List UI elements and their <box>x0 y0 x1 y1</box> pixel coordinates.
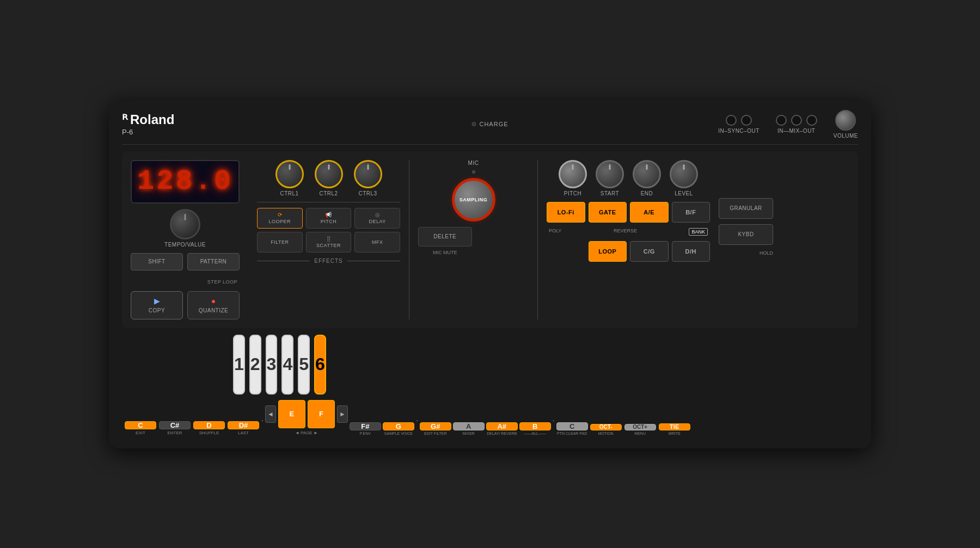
roland-logo: ᴿ Roland <box>122 112 174 127</box>
pad-4[interactable]: 4 <box>281 335 293 395</box>
effects-line-left <box>257 261 310 261</box>
tempo-label: TEMPO/VALUE <box>164 242 206 248</box>
pad-6[interactable]: 6 <box>314 335 326 395</box>
pad-1[interactable]: 1 <box>233 335 245 395</box>
level-knob-group: LEVEL <box>670 160 698 196</box>
right-spacer <box>719 160 773 193</box>
key-a-group: A MIXER <box>453 422 485 435</box>
ctrl1-knob[interactable] <box>275 160 304 188</box>
key-gs-letter: G# <box>431 423 440 430</box>
scatter-button[interactable]: ⣿ SCATTER <box>306 232 352 253</box>
quantize-button[interactable]: ● QUANTIZE <box>187 291 240 319</box>
lofi-button[interactable]: LO-Fi <box>547 202 585 223</box>
level-knob[interactable] <box>670 160 698 188</box>
ctrl2-knob[interactable] <box>315 160 343 188</box>
key-octp[interactable]: OCT+ <box>624 424 656 430</box>
key-d-group: D SHUFFLE <box>193 421 225 435</box>
mix-label: IN—MIX–OUT <box>777 128 815 134</box>
key-c2[interactable]: C <box>556 422 588 430</box>
key-ds[interactable]: D# <box>228 421 259 429</box>
charge-label: CHARGE <box>479 121 508 127</box>
key-g-label: SAMPLE VOICE <box>384 432 413 435</box>
keys-row: C EXIT C# ENTER D SHUFFLE <box>124 400 856 435</box>
right-section: GRANULAR KYBD HOLD <box>719 160 773 319</box>
key-g[interactable]: G <box>383 422 414 430</box>
pattern-button[interactable]: PATTERN <box>187 253 240 270</box>
mix-jack-3 <box>806 115 817 126</box>
pitch-knob-group: PITCH <box>559 160 587 196</box>
pitch-knob[interactable] <box>559 160 587 188</box>
delay-icon: ◎ <box>375 212 380 218</box>
kybd-button[interactable]: KYBD <box>719 224 773 245</box>
cg-button[interactable]: C/G <box>630 241 669 262</box>
gate-button[interactable]: GATE <box>589 202 627 223</box>
key-tie-group: TIE WRITE <box>658 423 691 435</box>
pad-2[interactable]: 2 <box>249 335 261 395</box>
key-tie-letter: TIE <box>670 424 679 430</box>
key-a[interactable]: A <box>453 422 485 430</box>
sync-connector-group: IN–SYNC–OUT <box>718 115 759 134</box>
page-prev-button[interactable]: ◄ <box>265 405 276 423</box>
roland-p6-device: ᴿ Roland P-6 CHARGE IN–SYNC–OUT <box>109 100 871 448</box>
bottom-section: 1 2 3 4 5 6 C EXIT C# <box>122 335 858 435</box>
sampling-button[interactable]: SAMPLING <box>452 178 495 221</box>
page-row: ◄ E F ► <box>265 400 348 428</box>
shift-pattern-row: SHIFT PATTERN <box>131 253 240 270</box>
end-knob-group: END <box>633 160 661 196</box>
sampling-controls: DELETE MIC MUTE <box>418 227 529 255</box>
copy-button[interactable]: ▶ COPY <box>131 291 183 319</box>
pad-3[interactable]: 3 <box>266 335 278 395</box>
loop-button[interactable]: LOOP <box>589 241 627 262</box>
mfx-button[interactable]: MFX <box>354 232 400 253</box>
end-knob[interactable] <box>633 160 661 188</box>
key-fs-group: F# P.ENV <box>350 422 381 435</box>
key-a-letter: A <box>466 423 471 430</box>
key-e[interactable]: E <box>278 400 305 428</box>
key-as[interactable]: A# <box>486 422 518 430</box>
bf-button[interactable]: B/F <box>672 202 710 223</box>
charge-section: CHARGE <box>471 121 508 127</box>
granular-button[interactable]: GRANULAR <box>719 198 773 219</box>
volume-label: VOLUME <box>834 133 858 139</box>
display-area: 128.0 <box>131 160 240 204</box>
key-gs[interactable]: G# <box>420 422 451 430</box>
ctrl2-label: CTRL2 <box>319 190 338 196</box>
mix-jack-1 <box>776 115 787 126</box>
pad-5[interactable]: 5 <box>298 335 310 395</box>
mic-mute-label: MIC MUTE <box>418 250 472 255</box>
volume-knob[interactable] <box>835 110 856 131</box>
key-tie-label: WRITE <box>668 432 681 435</box>
key-cs[interactable]: C# <box>159 421 191 429</box>
tempo-knob[interactable] <box>170 209 200 239</box>
delay-label: DELAY <box>369 219 385 224</box>
poly-reverse-row: POLY REVERSE BANK <box>547 228 710 236</box>
delete-button[interactable]: DELETE <box>418 227 472 247</box>
key-b[interactable]: B <box>519 422 551 430</box>
ctrl3-knob[interactable] <box>354 160 382 188</box>
effects-grid: ⟳ LOOPER 📢 PITCH ◎ DELAY FILTER ⣿ SCATTE… <box>257 208 400 253</box>
key-fs[interactable]: F# <box>350 422 381 430</box>
key-d[interactable]: D <box>193 421 225 429</box>
brand-section: ᴿ Roland P-6 <box>122 112 174 136</box>
shift-button[interactable]: SHIFT <box>131 253 183 270</box>
sampling-top: MIC SAMPLING <box>418 160 529 221</box>
page-next-button[interactable]: ► <box>337 405 348 423</box>
pitch-fx-button[interactable]: 📢 PITCH <box>306 208 352 229</box>
filter-button[interactable]: FILTER <box>257 232 303 253</box>
scatter-label: SCATTER <box>316 243 341 248</box>
looper-button[interactable]: ⟳ LOOPER <box>257 208 303 229</box>
key-as-group: A# DELAY/ REVERB <box>486 422 518 435</box>
scatter-icon: ⣿ <box>327 236 330 242</box>
page-label: ◄ PAGE ► <box>295 430 318 435</box>
key-octm[interactable]: OCT- <box>590 424 622 430</box>
ctrl2-group: CTRL2 <box>315 160 343 196</box>
delay-button[interactable]: ◎ DELAY <box>354 208 400 229</box>
start-knob[interactable] <box>596 160 624 188</box>
key-c[interactable]: C <box>125 421 156 429</box>
ae-button[interactable]: A/E <box>630 202 669 223</box>
fx-right-row1: LO-Fi GATE A/E B/F <box>547 202 710 223</box>
dh-button[interactable]: D/H <box>672 241 710 262</box>
key-f[interactable]: F <box>308 400 335 428</box>
key-octp-label: MENU <box>634 432 646 435</box>
key-tie[interactable]: TIE <box>659 423 690 430</box>
